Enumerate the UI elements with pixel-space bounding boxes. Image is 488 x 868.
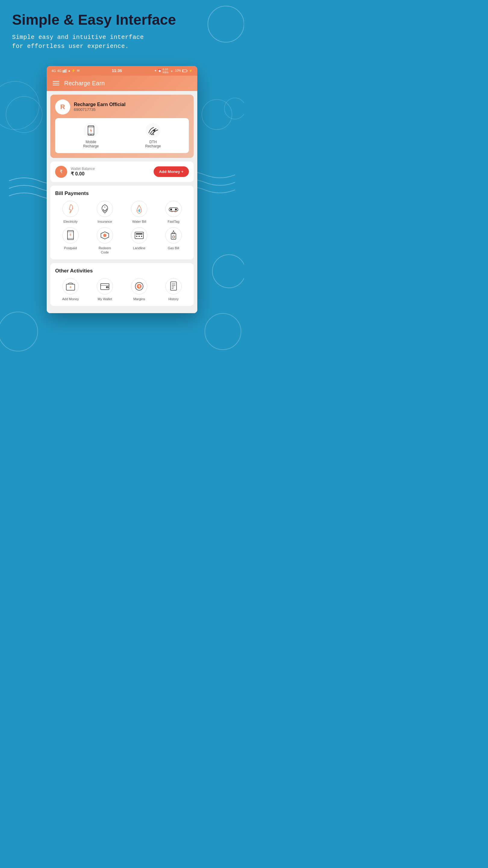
postpaid-label: Postpaid	[64, 246, 77, 250]
dth-recharge-icon	[145, 123, 161, 138]
landline-item[interactable]: Landline	[124, 227, 155, 255]
phone-mockup: 4G 4G ● ⚡ ✉ 11:35 ✦ ⏰ 0.10KB/s 10% ⚡ Rec…	[47, 66, 197, 313]
add-money-activity-label: Add Money	[62, 297, 79, 301]
svg-rect-8	[63, 70, 63, 73]
svg-point-22	[153, 129, 156, 131]
svg-rect-43	[171, 233, 176, 239]
mobile-recharge-icon	[84, 123, 98, 138]
electricity-item[interactable]: Electricity	[55, 201, 86, 224]
svg-point-3	[6, 96, 42, 133]
water-bill-label: Water Bill	[132, 219, 147, 224]
svg-text:+: +	[69, 285, 72, 289]
dth-recharge-item[interactable]: DTHRecharge	[145, 123, 161, 148]
landline-label: Landline	[133, 246, 145, 250]
other-activities-section: Other Activities + Add Money	[50, 263, 194, 306]
profile-card: R Recharge Earn Official 6900717735	[50, 95, 194, 158]
svg-rect-30	[175, 209, 177, 210]
insurance-item[interactable]: Insurance	[90, 201, 120, 224]
bill-payments-title: Bill Payments	[55, 190, 189, 196]
gas-bill-label: Gas Bill	[168, 246, 179, 250]
landline-icon	[131, 227, 147, 244]
my-wallet-label: My Wallet	[98, 297, 112, 301]
menu-icon[interactable]	[53, 81, 59, 85]
svg-marker-37	[103, 234, 106, 237]
app-bar-title: Recharge Earn	[64, 80, 105, 87]
wallet-balance-label: Wallet Balance	[71, 167, 95, 171]
svg-rect-58	[170, 282, 176, 290]
history-item[interactable]: History	[158, 278, 189, 301]
svg-line-48	[173, 236, 174, 237]
status-left: 4G 4G ● ⚡ ✉	[52, 69, 79, 73]
app-content: R Recharge Earn Official 6900717735	[47, 91, 197, 313]
postpaid-item[interactable]: ₹ Postpaid	[55, 227, 86, 255]
profile-phone: 6900717735	[74, 107, 126, 112]
electricity-label: Electricity	[63, 219, 77, 224]
svg-point-40	[136, 236, 137, 237]
margins-label: Margins	[133, 297, 145, 301]
svg-point-20	[91, 134, 91, 135]
my-wallet-icon	[97, 278, 113, 294]
svg-point-5	[202, 99, 232, 130]
svg-rect-16	[187, 70, 187, 71]
wallet-balance-amount: ₹ 0.00	[71, 171, 95, 177]
svg-rect-29	[170, 209, 172, 210]
history-label: History	[168, 297, 178, 301]
svg-text:₹: ₹	[138, 285, 140, 288]
svg-text:₹: ₹	[60, 169, 63, 174]
svg-rect-10	[64, 70, 65, 73]
fasttag-label: FastTag	[167, 219, 179, 224]
svg-rect-11	[65, 69, 66, 73]
svg-point-1	[213, 255, 244, 288]
svg-text:💧: 💧	[137, 208, 141, 212]
svg-point-42	[141, 236, 142, 237]
my-wallet-item[interactable]: My Wallet	[90, 278, 120, 301]
svg-rect-39	[136, 233, 142, 235]
bill-payments-grid: Electricity Insurance	[55, 201, 189, 255]
status-bar: 4G 4G ● ⚡ ✉ 11:35 ✦ ⏰ 0.10KB/s 10% ⚡	[47, 66, 197, 76]
electricity-icon	[62, 201, 78, 217]
add-money-button[interactable]: Add Money +	[154, 166, 189, 177]
svg-rect-44	[172, 232, 175, 234]
water-bill-item[interactable]: 💧 Water Bill	[124, 201, 155, 224]
redeem-code-icon	[97, 227, 113, 244]
postpaid-icon: ₹	[62, 227, 78, 244]
status-time: 11:35	[112, 68, 122, 73]
svg-point-4	[0, 312, 38, 351]
add-money-activity-icon: +	[62, 278, 78, 294]
water-bill-icon: 💧	[131, 201, 147, 217]
svg-rect-38	[135, 232, 143, 239]
profile-name: Recharge Earn Official	[74, 102, 126, 107]
svg-rect-9	[64, 70, 64, 73]
insurance-label: Insurance	[98, 219, 112, 224]
svg-point-46	[173, 230, 174, 231]
status-right: ✦ ⏰ 0.10KB/s 10% ⚡	[154, 68, 193, 74]
svg-point-6	[224, 98, 244, 119]
avatar: R	[55, 99, 70, 115]
app-bar: Recharge Earn	[47, 76, 197, 91]
add-money-activity-item[interactable]: + Add Money	[55, 278, 86, 301]
fasttag-icon	[165, 201, 182, 217]
fasttag-item[interactable]: FastTag	[158, 201, 189, 224]
svg-rect-15	[183, 70, 183, 72]
margins-icon: ₹	[131, 278, 147, 294]
svg-text:₹: ₹	[69, 233, 72, 237]
svg-marker-21	[90, 128, 92, 133]
svg-point-41	[138, 236, 140, 237]
mobile-recharge-label: MobileRecharge	[83, 140, 99, 148]
wallet-icon: ₹	[55, 166, 67, 178]
svg-point-13	[171, 71, 172, 72]
svg-rect-12	[66, 69, 67, 73]
page-title: Simple & Easy Interface	[12, 12, 232, 28]
other-activities-title: Other Activities	[55, 268, 189, 274]
redeem-code-label: RedeemCode	[98, 246, 111, 255]
mobile-recharge-item[interactable]: MobileRecharge	[83, 123, 99, 148]
page-subtitle: Simple easy and intuitive interfacefor e…	[12, 33, 232, 51]
dth-recharge-label: DTHRecharge	[145, 140, 161, 148]
gas-bill-item[interactable]: Gas Bill	[158, 227, 189, 255]
history-icon	[165, 278, 182, 294]
svg-point-54	[107, 287, 108, 287]
wallet-card: ₹ Wallet Balance ₹ 0.00 Add Money +	[50, 161, 194, 182]
margins-item[interactable]: ₹ Margins	[124, 278, 155, 301]
bill-payments-section: Bill Payments Electricity	[50, 186, 194, 259]
redeem-code-item[interactable]: RedeemCode	[90, 227, 120, 255]
